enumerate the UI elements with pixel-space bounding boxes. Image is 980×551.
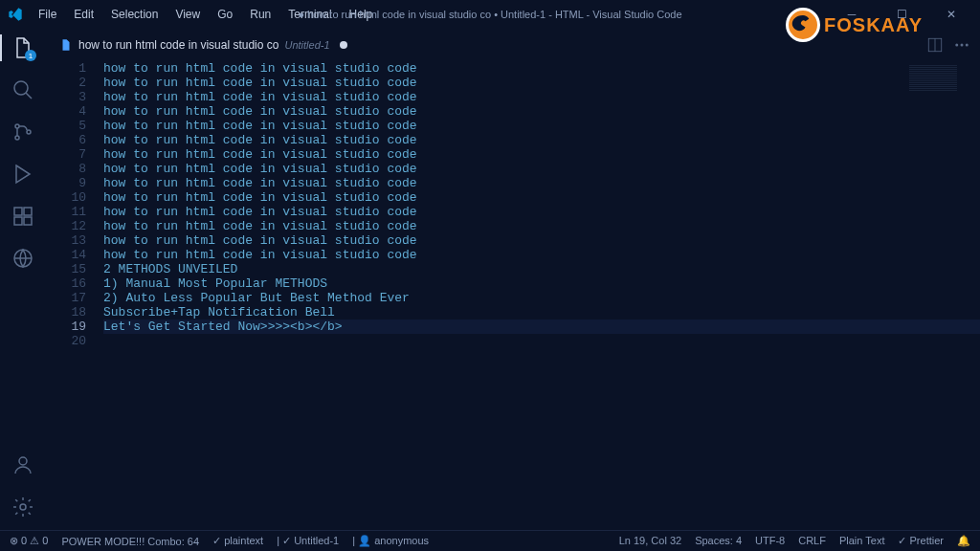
extensions-icon[interactable] — [11, 205, 34, 228]
code-line[interactable]: how to run html code in visual studio co… — [103, 248, 980, 262]
status-problems[interactable]: ⊗ 0 ⚠ 0 — [10, 535, 48, 547]
split-editor-icon[interactable] — [926, 36, 944, 54]
dirty-indicator-icon — [340, 41, 347, 49]
status-prettier[interactable]: ✓ Prettier — [898, 535, 944, 547]
status-bell-icon[interactable]: 🔔 — [957, 535, 970, 547]
code-line[interactable]: how to run html code in visual studio co… — [103, 190, 980, 205]
line-number: 11 — [46, 205, 86, 219]
explorer-icon[interactable]: 1 — [11, 36, 34, 59]
line-number: 15 — [46, 262, 86, 276]
status-eol[interactable]: CRLF — [798, 535, 826, 547]
settings-icon[interactable] — [11, 496, 34, 518]
source-control-icon[interactable] — [11, 121, 34, 143]
line-number: 13 — [46, 233, 86, 248]
code-editor[interactable]: 1234567891011121314151617181920 how to r… — [46, 61, 980, 530]
close-button[interactable]: ✕ — [930, 1, 972, 28]
line-number: 8 — [46, 162, 86, 176]
tab-untitled[interactable]: how to run html code in visual studio co… — [50, 33, 357, 57]
line-number: 16 — [46, 276, 86, 291]
line-number: 7 — [46, 147, 86, 162]
main-area: 1 — [0, 29, 980, 530]
status-bar: ⊗ 0 ⚠ 0 POWER MODE!!! Combo: 64 ✓ plaint… — [0, 530, 980, 551]
brand-icon — [786, 8, 820, 42]
status-language[interactable]: ✓ plaintext — [212, 535, 263, 547]
line-gutter: 1234567891011121314151617181920 — [46, 61, 103, 530]
tab-name: how to run html code in visual studio co — [78, 38, 278, 52]
more-actions-icon[interactable] — [953, 36, 970, 54]
line-number: 14 — [46, 248, 86, 262]
explorer-badge: 1 — [25, 50, 36, 61]
line-number: 3 — [46, 90, 86, 104]
brand-text: FOSKAAY — [824, 14, 923, 36]
svg-point-14 — [966, 44, 969, 47]
line-number: 6 — [46, 133, 86, 147]
svg-point-0 — [14, 81, 28, 95]
minimap[interactable] — [909, 65, 967, 94]
code-line[interactable] — [103, 334, 980, 348]
run-debug-icon[interactable] — [11, 163, 34, 186]
line-number: 4 — [46, 104, 86, 119]
code-line[interactable]: how to run html code in visual studio co… — [103, 90, 980, 104]
menu-go[interactable]: Go — [210, 4, 240, 25]
vscode-logo-icon — [8, 7, 23, 22]
line-number: 9 — [46, 176, 86, 190]
code-line[interactable]: 1) Manual Most Popular METHODS — [103, 276, 980, 291]
code-line[interactable]: how to run html code in visual studio co… — [103, 133, 980, 147]
editor-actions — [926, 36, 980, 54]
code-line[interactable]: Let's Get Started Now>>>><b></b> — [103, 320, 980, 334]
status-power-mode[interactable]: POWER MODE!!! Combo: 64 — [61, 536, 199, 547]
activity-bar: 1 — [0, 29, 46, 530]
line-number: 5 — [46, 119, 86, 133]
status-user[interactable]: | 👤 anonymous — [352, 535, 429, 547]
code-line[interactable]: how to run html code in visual studio co… — [103, 61, 980, 76]
status-cursor[interactable]: Ln 19, Col 32 — [619, 535, 681, 547]
menu-run[interactable]: Run — [242, 4, 278, 25]
code-line[interactable]: how to run html code in visual studio co… — [103, 205, 980, 219]
file-icon — [59, 38, 73, 52]
window-title: ● how to run html code in visual studio … — [298, 9, 681, 20]
tab-desc: Untitled-1 — [284, 39, 329, 51]
remote-icon[interactable] — [11, 247, 34, 270]
line-number: 12 — [46, 219, 86, 233]
code-line[interactable]: 2) Auto Less Popular But Best Method Eve… — [103, 291, 980, 305]
accounts-icon[interactable] — [11, 453, 34, 476]
menu-file[interactable]: File — [31, 4, 64, 25]
menu-view[interactable]: View — [167, 4, 208, 25]
menu-selection[interactable]: Selection — [103, 4, 166, 25]
code-content[interactable]: how to run html code in visual studio co… — [103, 61, 980, 530]
code-line[interactable]: Subscribe+Tap Notification Bell — [103, 305, 980, 320]
editor-area: how to run html code in visual studio co… — [46, 29, 980, 530]
svg-rect-7 — [24, 217, 32, 225]
line-number: 2 — [46, 76, 86, 90]
code-line[interactable]: 2 METHODS UNVEILED — [103, 262, 980, 276]
line-number: 18 — [46, 305, 86, 320]
svg-rect-6 — [14, 217, 22, 225]
svg-rect-5 — [24, 208, 32, 215]
code-line[interactable]: how to run html code in visual studio co… — [103, 233, 980, 248]
svg-point-2 — [15, 136, 19, 140]
svg-point-9 — [19, 457, 27, 465]
code-line[interactable]: how to run html code in visual studio co… — [103, 219, 980, 233]
code-line[interactable]: how to run html code in visual studio co… — [103, 162, 980, 176]
menu-edit[interactable]: Edit — [66, 4, 101, 25]
code-line[interactable]: how to run html code in visual studio co… — [103, 147, 980, 162]
search-icon[interactable] — [11, 78, 34, 101]
code-line[interactable]: how to run html code in visual studio co… — [103, 76, 980, 90]
svg-point-12 — [955, 44, 958, 47]
line-number: 10 — [46, 190, 86, 205]
status-file[interactable]: | ✓ Untitled-1 — [277, 535, 339, 547]
line-number: 20 — [46, 334, 86, 348]
svg-point-10 — [20, 504, 26, 510]
brand-logo: FOSKAAY — [786, 8, 923, 42]
status-mode[interactable]: Plain Text — [839, 535, 885, 547]
svg-point-3 — [27, 130, 31, 134]
status-spaces[interactable]: Spaces: 4 — [695, 535, 742, 547]
code-line[interactable]: how to run html code in visual studio co… — [103, 176, 980, 190]
line-number: 19 — [46, 320, 86, 334]
code-line[interactable]: how to run html code in visual studio co… — [103, 104, 980, 119]
svg-point-1 — [15, 124, 19, 128]
svg-rect-4 — [14, 208, 22, 215]
code-line[interactable]: how to run html code in visual studio co… — [103, 119, 980, 133]
svg-point-13 — [961, 44, 964, 47]
status-encoding[interactable]: UTF-8 — [755, 535, 785, 547]
